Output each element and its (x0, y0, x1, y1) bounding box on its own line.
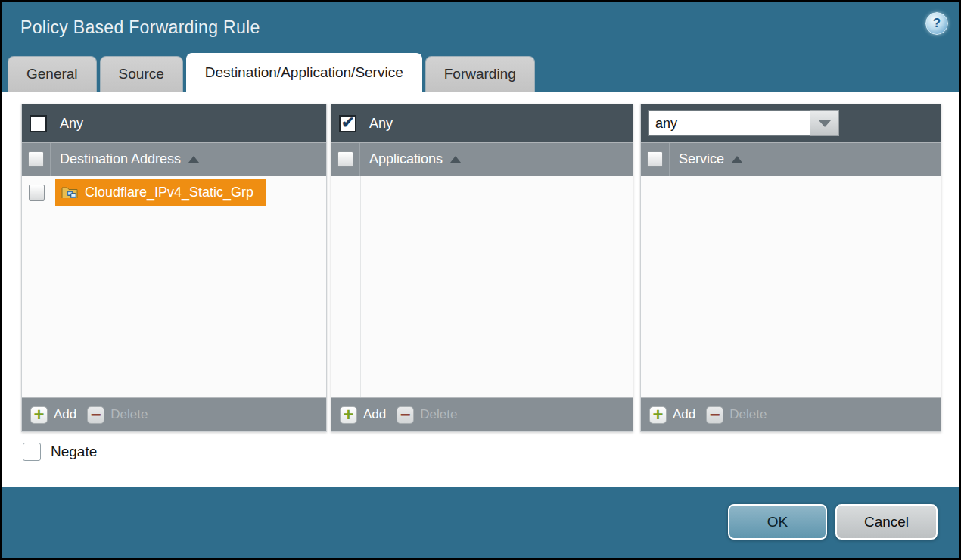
destination-address-column: Any Destination Address (21, 104, 327, 432)
delete-label: Delete (729, 407, 767, 422)
table-row: Cloudflare_IPv4_Static_Grp (22, 176, 326, 209)
dialog-title: Policy Based Forwarding Rule (20, 17, 260, 38)
applications-selectall-cell (331, 143, 360, 176)
dialog-titlebar: Policy Based Forwarding Rule ? (2, 2, 959, 53)
ok-button[interactable]: OK (728, 504, 827, 540)
service-delete-button[interactable]: − Delete (706, 406, 767, 424)
add-label: Add (54, 407, 76, 422)
service-dropdown-button[interactable] (810, 110, 839, 136)
service-header-label: Service (679, 143, 742, 176)
sort-ascending-icon (732, 156, 742, 163)
sort-ascending-icon (450, 156, 461, 163)
destination-any-checkbox[interactable] (30, 115, 47, 132)
add-plus-icon: + (30, 406, 48, 424)
service-add-button[interactable]: + Add (649, 406, 695, 424)
tab-general[interactable]: General (8, 56, 97, 92)
service-selectall-checkbox[interactable] (647, 151, 663, 167)
destination-address-list: Cloudflare_IPv4_Static_Grp (22, 176, 326, 397)
applications-header-text: Applications (369, 151, 443, 167)
help-glyph: ? (933, 16, 941, 31)
cancel-button[interactable]: Cancel (835, 504, 938, 540)
help-icon[interactable]: ? (925, 12, 948, 35)
service-selectall-cell (641, 143, 670, 176)
applications-any-checkbox[interactable] (339, 115, 356, 132)
service-dropdown-bar (641, 104, 941, 142)
service-header-text: Service (679, 151, 724, 167)
applications-footer: + Add − Delete (331, 397, 633, 431)
applications-any-bar: Any (331, 104, 633, 142)
destination-address-header[interactable]: Destination Address (22, 142, 326, 176)
applications-add-button[interactable]: + Add (340, 406, 386, 424)
applications-any-label: Any (369, 116, 393, 132)
destination-selectall-cell (22, 143, 51, 176)
negate-control: Negate (23, 443, 97, 461)
sort-ascending-icon (188, 156, 199, 163)
tab-content-panel: Any Destination Address (2, 92, 959, 487)
tab-bar: General Source Destination/Application/S… (8, 53, 535, 92)
delete-label: Delete (110, 407, 148, 422)
policy-based-forwarding-dialog: Policy Based Forwarding Rule ? General S… (0, 0, 961, 560)
destination-any-bar: Any (22, 104, 326, 142)
service-combo (648, 110, 839, 136)
row-checkbox-cell (22, 185, 51, 201)
destination-header-label: Destination Address (60, 143, 199, 176)
destination-footer: + Add − Delete (22, 397, 326, 431)
address-group-icon (61, 185, 78, 199)
destination-add-button[interactable]: + Add (30, 406, 76, 424)
destination-any-label: Any (60, 116, 83, 132)
add-label: Add (363, 407, 386, 422)
delete-minus-icon: − (87, 406, 104, 424)
delete-minus-icon: − (397, 406, 414, 424)
add-plus-icon: + (340, 406, 357, 424)
service-footer: + Add − Delete (641, 397, 941, 431)
delete-minus-icon: − (706, 406, 723, 424)
add-plus-icon: + (649, 406, 667, 424)
negate-label: Negate (51, 443, 97, 460)
destination-address-item-label: Cloudflare_IPv4_Static_Grp (85, 185, 253, 201)
row-checkbox[interactable] (29, 185, 45, 201)
service-list (641, 176, 941, 397)
destination-header-text: Destination Address (60, 151, 181, 167)
service-column: Service + Add − Delete (640, 104, 941, 432)
service-dropdown-input[interactable] (648, 110, 810, 136)
tab-source[interactable]: Source (100, 56, 183, 92)
applications-column: Any Applications + Add − Delet (331, 104, 633, 432)
destination-delete-button[interactable]: − Delete (87, 406, 148, 424)
add-label: Add (673, 407, 695, 422)
applications-delete-button[interactable]: − Delete (397, 406, 457, 424)
applications-selectall-checkbox[interactable] (337, 151, 353, 167)
destination-address-item[interactable]: Cloudflare_IPv4_Static_Grp (55, 179, 266, 206)
destination-selectall-checkbox[interactable] (28, 151, 44, 167)
applications-list (331, 176, 633, 397)
negate-checkbox[interactable] (23, 443, 41, 461)
applications-header[interactable]: Applications (331, 142, 633, 176)
delete-label: Delete (420, 407, 457, 422)
service-header[interactable]: Service (641, 142, 941, 176)
tab-forwarding[interactable]: Forwarding (425, 56, 535, 92)
chevron-down-icon (819, 120, 831, 127)
applications-header-label: Applications (369, 143, 461, 176)
tab-destination-application-service[interactable]: Destination/Application/Service (186, 53, 422, 92)
